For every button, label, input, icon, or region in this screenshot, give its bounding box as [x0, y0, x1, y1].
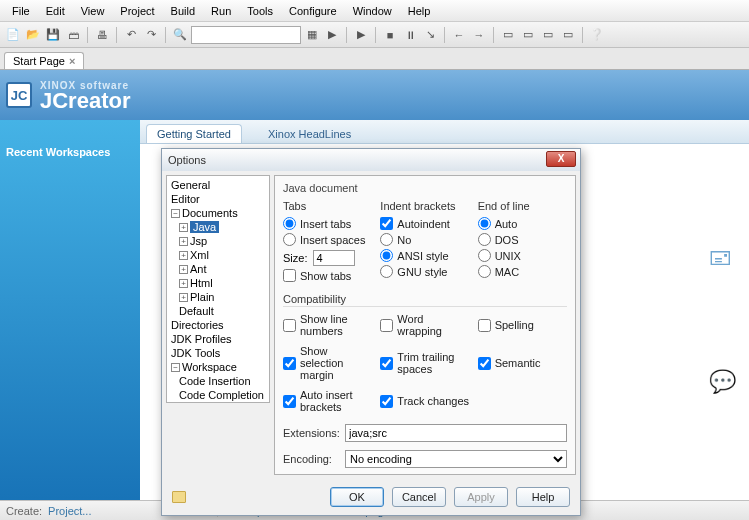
tree-jsp[interactable]: Jsp — [190, 235, 207, 247]
nav-fwd-icon[interactable]: → — [470, 26, 488, 44]
help-icon[interactable]: ❔ — [588, 26, 606, 44]
tab-headlines[interactable]: Xinox HeadLines — [258, 125, 361, 143]
menu-build[interactable]: Build — [163, 3, 203, 19]
help-button[interactable]: Help — [516, 487, 570, 507]
tree-java[interactable]: Java — [190, 221, 219, 233]
tree-editor[interactable]: Editor — [171, 193, 200, 205]
debug-icon[interactable]: ▶ — [352, 26, 370, 44]
tree-general[interactable]: General — [171, 179, 210, 191]
stop-icon[interactable]: ■ — [381, 26, 399, 44]
collapse-icon[interactable]: − — [171, 363, 180, 372]
tree-jdk-profiles[interactable]: JDK Profiles — [171, 333, 232, 345]
eol-dos-radio[interactable] — [478, 233, 491, 246]
tree-workspace[interactable]: Workspace — [182, 361, 237, 373]
eol-auto-radio[interactable] — [478, 217, 491, 230]
ok-button[interactable]: OK — [330, 487, 384, 507]
close-button[interactable]: X — [546, 151, 576, 167]
tree-ant[interactable]: Ant — [190, 263, 207, 275]
tree-code-insertion[interactable]: Code Insertion — [179, 375, 251, 387]
open-icon[interactable]: 📂 — [24, 26, 42, 44]
new-icon[interactable]: 📄 — [4, 26, 22, 44]
eol-unix-radio[interactable] — [478, 249, 491, 262]
save-icon[interactable]: 💾 — [44, 26, 62, 44]
menu-edit[interactable]: Edit — [38, 3, 73, 19]
build-icon[interactable]: ▦ — [303, 26, 321, 44]
save-all-icon[interactable]: 🗃 — [64, 26, 82, 44]
expand-icon[interactable]: + — [179, 265, 188, 274]
menu-help[interactable]: Help — [400, 3, 439, 19]
expand-icon[interactable]: + — [179, 223, 188, 232]
track-changes-check[interactable] — [380, 395, 393, 408]
eol-mac-radio[interactable] — [478, 265, 491, 278]
expand-icon[interactable]: + — [179, 251, 188, 260]
insert-spaces-radio[interactable] — [283, 233, 296, 246]
menu-view[interactable]: View — [73, 3, 113, 19]
step-icon[interactable]: ↘ — [421, 26, 439, 44]
insert-tabs-radio[interactable] — [283, 217, 296, 230]
apply-button[interactable]: Apply — [454, 487, 508, 507]
tree-default[interactable]: Default — [179, 305, 214, 317]
run-icon[interactable]: ▶ — [323, 26, 341, 44]
options-dialog: Options X General Editor −Documents +Jav… — [161, 148, 581, 516]
config-combo[interactable] — [191, 26, 301, 44]
print-icon[interactable]: 🖶 — [93, 26, 111, 44]
find-icon[interactable]: 🔍 — [171, 26, 189, 44]
collapse-icon[interactable]: − — [171, 209, 180, 218]
spelling-check[interactable] — [478, 319, 491, 332]
new-project-link[interactable]: Project... — [48, 505, 91, 517]
menu-bar: File Edit View Project Build Run Tools C… — [0, 0, 749, 22]
indent-ansi-radio[interactable] — [380, 249, 393, 262]
redo-icon[interactable]: ↷ — [142, 26, 160, 44]
tree-xml[interactable]: Xml — [190, 249, 209, 261]
indent-group: Indent brackets Autoindent No ANSI style… — [380, 200, 469, 285]
menu-configure[interactable]: Configure — [281, 3, 345, 19]
menu-tools[interactable]: Tools — [239, 3, 281, 19]
cancel-button[interactable]: Cancel — [392, 487, 446, 507]
line-numbers-check[interactable] — [283, 319, 296, 332]
tab-start-page[interactable]: Start Page × — [4, 52, 84, 69]
tab-getting-started[interactable]: Getting Started — [146, 124, 242, 143]
pause-icon[interactable]: ⏸ — [401, 26, 419, 44]
options-tree[interactable]: General Editor −Documents +Java +Jsp +Xm… — [166, 175, 270, 403]
tree-jdk-tools[interactable]: JDK Tools — [171, 347, 220, 359]
nav-back-icon[interactable]: ← — [450, 26, 468, 44]
tree-plain[interactable]: Plain — [190, 291, 214, 303]
expand-icon[interactable]: + — [179, 279, 188, 288]
window1-icon[interactable]: ▭ — [499, 26, 517, 44]
menu-project[interactable]: Project — [112, 3, 162, 19]
auto-brackets-check[interactable] — [283, 395, 296, 408]
autoindent-check[interactable] — [380, 217, 393, 230]
logo-icon: JC — [6, 82, 32, 108]
tree-html[interactable]: Html — [190, 277, 213, 289]
sel-margin-check[interactable] — [283, 357, 296, 370]
window2-icon[interactable]: ▭ — [519, 26, 537, 44]
semantic-check[interactable] — [478, 357, 491, 370]
dialog-titlebar[interactable]: Options X — [162, 149, 580, 171]
word-wrap-check[interactable] — [380, 319, 393, 332]
window4-icon[interactable]: ▭ — [559, 26, 577, 44]
close-icon[interactable]: × — [69, 55, 75, 67]
expand-icon[interactable]: + — [179, 293, 188, 302]
menu-window[interactable]: Window — [345, 3, 400, 19]
tree-directories[interactable]: Directories — [171, 319, 224, 331]
create-label: Create: — [6, 505, 42, 517]
encoding-select[interactable]: No encoding — [345, 450, 567, 468]
tree-documents[interactable]: Documents — [182, 207, 238, 219]
show-tabs-check[interactable] — [283, 269, 296, 282]
extensions-field[interactable] — [345, 424, 567, 442]
indent-no-radio[interactable] — [380, 233, 393, 246]
banner: JC XINOX software JCreator — [0, 70, 749, 120]
tab-size-field[interactable] — [313, 250, 355, 266]
chat-icon[interactable]: 💬 — [709, 369, 737, 393]
indent-gnu-radio[interactable] — [380, 265, 393, 278]
sidebar: Recent Workspaces — [0, 120, 140, 500]
trim-spaces-check[interactable] — [380, 357, 393, 370]
folder-icon[interactable] — [172, 491, 186, 503]
menu-file[interactable]: File — [4, 3, 38, 19]
menu-run[interactable]: Run — [203, 3, 239, 19]
window3-icon[interactable]: ▭ — [539, 26, 557, 44]
tree-code-completion[interactable]: Code Completion — [179, 389, 264, 401]
undo-icon[interactable]: ↶ — [122, 26, 140, 44]
expand-icon[interactable]: + — [179, 237, 188, 246]
mail-icon[interactable]: 🖃 — [709, 245, 737, 269]
